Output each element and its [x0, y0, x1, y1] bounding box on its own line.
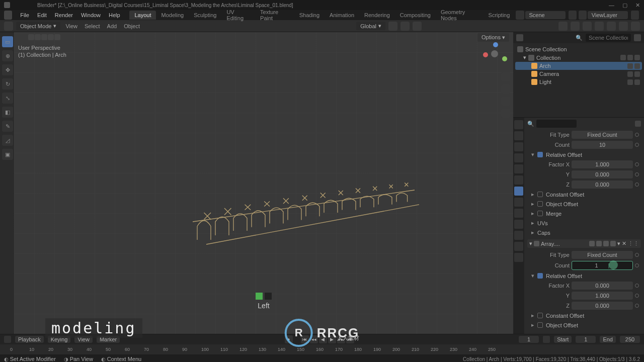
anim-dot[interactable] — [635, 162, 639, 166]
realtime-toggle[interactable] — [589, 241, 595, 246]
loop-icon[interactable] — [543, 336, 550, 343]
outliner-search-input[interactable] — [586, 34, 631, 42]
timeline-view[interactable]: View — [74, 336, 93, 343]
outliner-scene-collection[interactable]: Scene Collection — [515, 45, 642, 53]
factor-y-field-2[interactable]: 1.000 — [572, 292, 633, 300]
props-options-icon[interactable] — [635, 121, 641, 127]
proptab-object[interactable] — [514, 175, 523, 185]
3d-viewport[interactable]: User Perspective (1) Collection | Arch O… — [14, 32, 513, 334]
axis-y-icon[interactable] — [502, 56, 507, 61]
shading-solid-icon[interactable] — [607, 22, 616, 31]
viewport-options-button[interactable]: Options ▾ — [477, 33, 509, 42]
tool-scale[interactable]: ⤡ — [2, 93, 13, 104]
menu-object[interactable]: Object — [122, 23, 142, 29]
viewlayer-name[interactable]: ViewLayer — [588, 11, 628, 19]
outliner-filter-icon[interactable] — [634, 34, 641, 41]
gizmo-toggle-icon[interactable] — [558, 22, 568, 31]
anim-dot[interactable] — [635, 253, 639, 257]
orientation-dropdown[interactable]: Global ▾ — [356, 22, 385, 30]
relative-offset-checkbox-2[interactable] — [537, 273, 543, 279]
proptab-viewlayer[interactable] — [514, 142, 523, 151]
anim-dot[interactable] — [635, 183, 639, 187]
viewlayer-icon[interactable] — [579, 11, 587, 20]
caps-label[interactable]: Caps — [537, 230, 550, 236]
scene-name[interactable]: Scene — [525, 11, 566, 19]
menu-file[interactable]: File — [16, 12, 33, 18]
snap-icon[interactable] — [400, 22, 410, 31]
pivot-icon[interactable] — [388, 22, 397, 31]
eye-icon[interactable] — [627, 55, 633, 60]
factor-z-field-2[interactable]: 0.000 — [572, 302, 633, 310]
outliner-search-icon[interactable]: 🔍 — [576, 35, 583, 41]
eye-icon[interactable] — [627, 79, 633, 85]
viewlayer-new-icon[interactable] — [631, 11, 639, 20]
proptab-output[interactable] — [514, 131, 523, 140]
proptab-modifiers[interactable] — [514, 187, 523, 196]
props-search-input[interactable] — [536, 120, 577, 128]
constant-offset-checkbox-2[interactable] — [537, 313, 543, 318]
relative-offset-checkbox[interactable] — [537, 152, 543, 157]
proptab-material[interactable] — [514, 242, 523, 251]
anim-dot[interactable] — [635, 133, 639, 137]
timeline-marker[interactable]: Marker — [97, 336, 120, 343]
play-icon[interactable]: ▶ — [328, 335, 336, 343]
pan-icon[interactable] — [501, 84, 510, 94]
tab-modeling[interactable]: Modeling — [156, 11, 189, 20]
merge-label[interactable]: Merge — [546, 211, 561, 217]
merge-checkbox[interactable] — [537, 211, 543, 216]
tab-rendering[interactable]: Rendering — [359, 11, 395, 20]
overlay-toggle-icon[interactable] — [571, 22, 580, 31]
maximize-button[interactable]: ▢ — [622, 2, 627, 9]
render-icon[interactable] — [634, 71, 640, 77]
constant-offset-label-2[interactable]: Constant Offset — [546, 313, 584, 319]
menu-select[interactable]: Select — [83, 23, 102, 29]
proptab-world[interactable] — [514, 164, 523, 173]
constant-offset-checkbox[interactable] — [537, 192, 543, 197]
menu-help[interactable]: Help — [105, 12, 124, 18]
tool-annotate[interactable]: ✎ — [2, 121, 13, 132]
menu-window[interactable]: Window — [77, 12, 105, 18]
count-field-2[interactable]: 1| — [572, 261, 633, 270]
select-mode-4-icon[interactable] — [48, 34, 54, 40]
anim-dot[interactable] — [635, 304, 639, 308]
navigation-gizmo[interactable] — [483, 42, 507, 66]
anim-dot[interactable] — [635, 263, 639, 267]
object-offset-checkbox-2[interactable] — [537, 322, 543, 328]
count-field-1[interactable]: 10 — [572, 141, 633, 149]
outliner-type-icon[interactable] — [516, 34, 523, 41]
outliner-camera[interactable]: Camera — [515, 70, 642, 78]
timeline-ruler[interactable]: 0102030405060708090100110120130140150160… — [0, 344, 644, 354]
proptab-constraints[interactable] — [514, 220, 523, 229]
tab-animation[interactable]: Animation — [325, 11, 359, 20]
object-offset-checkbox[interactable] — [537, 201, 543, 207]
perspective-toggle-icon[interactable] — [501, 109, 510, 118]
axis-x-icon[interactable] — [483, 52, 488, 57]
tool-rotate[interactable]: ↻ — [2, 78, 13, 89]
fit-type-dropdown[interactable]: Fixed Count — [572, 131, 633, 139]
outliner-arch[interactable]: Arch — [515, 62, 642, 70]
jump-end-icon[interactable]: ⏭ — [346, 335, 354, 343]
select-mode-5-icon[interactable] — [54, 34, 60, 40]
tool-select-box[interactable]: ▭ — [2, 36, 13, 47]
tool-measure[interactable]: ◿ — [2, 135, 13, 146]
outliner-collection[interactable]: ▾ Collection — [515, 53, 642, 62]
end-frame-field[interactable]: 250 — [620, 336, 640, 343]
scene-new-icon[interactable] — [569, 11, 577, 20]
tab-sculpting[interactable]: Sculpting — [189, 11, 221, 20]
menu-edit[interactable]: Edit — [33, 12, 51, 18]
outliner-light[interactable]: Light — [515, 78, 642, 86]
tool-transform[interactable]: ◧ — [2, 107, 13, 118]
tab-shading[interactable]: Shading — [294, 11, 325, 20]
relative-offset-label[interactable]: Relative Offset — [546, 152, 582, 158]
modifier-extras[interactable]: ⋮⋮ — [628, 240, 639, 247]
constant-offset-label[interactable]: Constant Offset — [546, 192, 584, 198]
jump-next-keyframe-icon[interactable]: ▸▸ — [337, 335, 345, 343]
minimize-button[interactable]: — — [609, 2, 614, 9]
select-mode-2-icon[interactable] — [35, 34, 41, 40]
tab-compositing[interactable]: Compositing — [395, 11, 436, 20]
render-icon[interactable] — [634, 55, 640, 60]
editor-type-icon[interactable] — [4, 22, 13, 31]
modifier-dropdown[interactable]: ▾ — [617, 240, 620, 247]
modifier-array-2-header[interactable]: ▾ Array.... ▾ ✕ ⋮⋮ — [527, 239, 641, 248]
menu-view[interactable]: View — [63, 23, 79, 29]
